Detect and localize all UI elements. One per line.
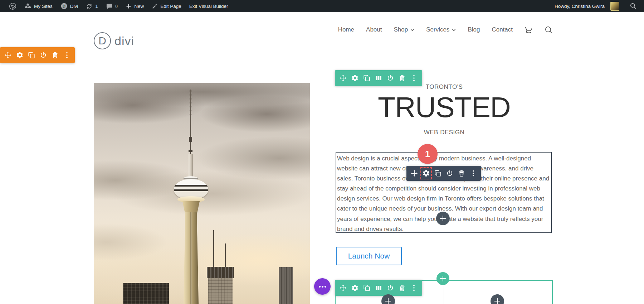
nav-label: Home (338, 26, 354, 33)
delete-icon[interactable] (51, 51, 59, 59)
divi-icon: D (60, 3, 68, 10)
divi-menu[interactable]: D Divi (57, 0, 82, 12)
building-body (208, 278, 233, 304)
edit-page-label: Edit Page (160, 4, 181, 9)
more-icon[interactable] (63, 51, 71, 59)
add-module-button[interactable] (436, 212, 450, 225)
wp-admin-bar-left: My Sites D Divi 1 0 New Edit Page (5, 0, 232, 12)
header-search-icon[interactable] (545, 26, 553, 34)
comments-icon (106, 3, 113, 10)
account-menu[interactable]: Howdy, Christina Gwira (551, 0, 626, 12)
save-icon[interactable] (386, 74, 394, 82)
nav-label: Blog (468, 26, 480, 33)
move-icon[interactable] (410, 169, 418, 177)
my-sites-menu[interactable]: My Sites (20, 0, 57, 12)
howdy-label: Howdy, Christina Gwira (555, 4, 605, 9)
settings-icon[interactable] (422, 169, 430, 177)
logo-letter: D (98, 35, 106, 47)
save-icon[interactable] (446, 169, 454, 177)
my-sites-icon (24, 3, 31, 10)
tower-shaft (184, 212, 199, 304)
hero-subtitle: WEB DESIGN (336, 129, 553, 136)
move-icon[interactable] (4, 51, 12, 59)
row-toolbar-top (335, 70, 422, 86)
settings-icon[interactable] (351, 284, 359, 292)
columns-icon[interactable] (375, 74, 382, 82)
module-toolbar (406, 166, 481, 181)
add-row-button[interactable] (436, 272, 449, 285)
new-label: New (134, 4, 144, 9)
admin-search-button[interactable] (626, 0, 639, 12)
site-header: D divi HomeAboutShopServicesBlogContact (0, 12, 644, 47)
tower-antenna-band (189, 150, 192, 152)
updates-button[interactable]: 1 (82, 0, 102, 12)
wp-admin-bar-right: Howdy, Christina Gwira (551, 0, 639, 12)
logo-circle: D (94, 32, 111, 49)
chevron-down-icon (452, 26, 456, 33)
wordpress-logo-icon (9, 3, 16, 10)
wordpress-menu-button[interactable] (5, 0, 20, 12)
save-icon[interactable] (386, 284, 394, 292)
save-icon[interactable] (39, 51, 47, 59)
avatar (610, 2, 619, 11)
exit-visual-builder-button[interactable]: Exit Visual Builder (185, 0, 232, 12)
delete-icon[interactable] (398, 74, 406, 82)
building-crown (207, 267, 234, 278)
building-antenna-2 (225, 243, 226, 267)
plus-icon (126, 3, 132, 9)
nav-item-blog[interactable]: Blog (468, 26, 480, 33)
nav-item-shop[interactable]: Shop (394, 26, 414, 33)
pencil-icon (152, 3, 158, 9)
site-nav: HomeAboutShopServicesBlogContact (338, 12, 553, 47)
search-icon (630, 3, 637, 10)
building-antenna-1 (213, 230, 214, 267)
hero-title: TRUSTED (336, 91, 553, 124)
column-divider (444, 286, 444, 304)
page-settings-button[interactable] (314, 278, 331, 295)
update-icon (86, 3, 93, 10)
divi-label: Divi (70, 4, 78, 9)
move-icon[interactable] (339, 284, 347, 292)
my-sites-label: My Sites (34, 4, 53, 9)
section-toolbar (0, 47, 75, 63)
nav-item-services[interactable]: Services (426, 26, 456, 33)
cart-icon[interactable] (525, 26, 533, 34)
nav-item-about[interactable]: About (366, 26, 382, 33)
more-icon[interactable] (469, 169, 477, 177)
ellipsis-icon (322, 286, 323, 288)
nav-item-home[interactable]: Home (338, 26, 354, 33)
duplicate-icon[interactable] (363, 74, 371, 82)
tower-antenna (190, 90, 191, 155)
duplicate-icon[interactable] (28, 51, 35, 59)
tower-neck (182, 201, 200, 213)
more-icon[interactable] (410, 284, 418, 292)
tower-antenna-knob (189, 137, 192, 142)
new-content-button[interactable]: New (122, 0, 148, 12)
wp-admin-bar: My Sites D Divi 1 0 New Edit Page (0, 0, 644, 12)
annotation-badge-1: 1 (418, 144, 438, 164)
launch-now-button[interactable]: Launch Now (336, 247, 402, 265)
comments-button[interactable]: 0 (102, 0, 122, 12)
settings-icon[interactable] (351, 74, 359, 82)
duplicate-icon[interactable] (363, 284, 371, 292)
site-logo[interactable]: D divi (94, 32, 134, 49)
move-icon[interactable] (339, 74, 347, 82)
edit-page-button[interactable]: Edit Page (148, 0, 185, 12)
delete-icon[interactable] (458, 169, 465, 177)
hero-image (94, 83, 310, 304)
delete-icon[interactable] (398, 284, 406, 292)
building-left-silhouette (123, 283, 169, 304)
duplicate-icon[interactable] (434, 169, 442, 177)
chevron-down-icon (410, 26, 414, 33)
more-icon[interactable] (410, 74, 418, 82)
nav-item-contact[interactable]: Contact (492, 26, 513, 33)
exit-visual-builder-label: Exit Visual Builder (189, 4, 228, 9)
settings-icon[interactable] (16, 51, 24, 59)
nav-label: About (366, 26, 382, 33)
building-right-silhouette (279, 267, 293, 304)
row-toolbar-bottom (335, 280, 422, 296)
nav-label: Shop (394, 26, 408, 33)
comment-count: 0 (115, 4, 118, 9)
columns-icon[interactable] (375, 284, 382, 292)
divi-visual-builder-screen: My Sites D Divi 1 0 New Edit Page (0, 0, 644, 304)
